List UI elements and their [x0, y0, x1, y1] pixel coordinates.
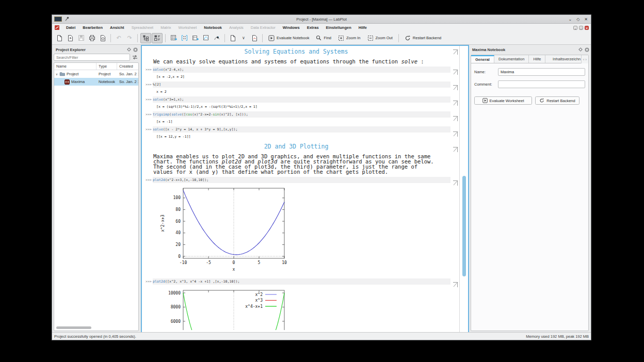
menu-item-ansicht[interactable]: Ansicht — [106, 25, 128, 30]
cell-code-input[interactable]: plot2d(x^2-x+3,[x,-10,10]); — [153, 177, 450, 183]
close-dock-icon[interactable] — [585, 47, 589, 52]
tab-dokumentation[interactable]: Dokumentation — [494, 55, 529, 63]
evaluate-worksheet-button[interactable]: Evaluate Worksheet — [474, 96, 532, 105]
cell-code-input[interactable]: solve(x^2-4,x); — [153, 67, 450, 73]
filter-options-button[interactable] — [131, 54, 139, 61]
tab-hilfe[interactable]: Hilfe — [529, 55, 545, 63]
restart-backend-panel-button[interactable]: Restart Backend — [535, 96, 579, 105]
column-type[interactable]: Type — [96, 63, 117, 70]
close-button[interactable]: ✕ — [584, 17, 588, 22]
expander-icon[interactable]: ∨ — [54, 72, 59, 76]
svg-text:5: 5 — [258, 260, 261, 265]
float-dock-icon[interactable] — [127, 47, 131, 52]
svg-text:10000: 10000 — [168, 291, 181, 295]
new-maxima-notebook-button[interactable] — [249, 33, 260, 43]
save-project-button[interactable] — [76, 33, 86, 43]
subwindow-close-button[interactable]: ✕ — [585, 26, 589, 30]
zoom-in-button[interactable]: Zoom In — [335, 33, 364, 43]
new-workbook-button[interactable] — [190, 33, 200, 43]
undo-button[interactable]: ↶ — [114, 33, 124, 43]
notebook-view[interactable]: Solving Equations and Systems We can eas… — [141, 45, 469, 333]
project-tree: Name Type Created ∨ Project Project So. … — [54, 62, 139, 331]
toolbar: ↶ ↷ ∨ Evaluate Notebook Find — [52, 31, 591, 45]
new-spreadsheet-button[interactable] — [168, 33, 179, 43]
cell-fold-marker-icon[interactable] — [452, 281, 458, 287]
subwindow-minimize-button[interactable]: ⌄ — [573, 26, 577, 30]
notebook-paragraph-2[interactable]: Maxima enables us to plot 2D and 3D grap… — [153, 154, 440, 174]
column-name[interactable]: Name — [54, 63, 96, 70]
new-notebook-button[interactable] — [228, 33, 238, 43]
notebook-code-cell[interactable]: >>>solve([x - 2*y = 14, x + 3*y = 9],[x,… — [142, 126, 450, 133]
menu-item-bearbeiten[interactable]: Bearbeiten — [79, 25, 106, 30]
menu-item-extras[interactable]: Extras — [303, 25, 323, 30]
cell-code-input[interactable]: solve(x^3=1,x); — [153, 96, 450, 103]
cell-fold-marker-icon[interactable] — [452, 68, 458, 74]
tree-item-project-label[interactable]: Project — [67, 72, 78, 76]
scrollbar-thumb[interactable] — [56, 326, 91, 329]
cell-fold-marker-icon[interactable] — [452, 99, 458, 105]
minimize-button[interactable]: ⌄ — [568, 17, 572, 22]
new-datapicker-button[interactable] — [212, 33, 222, 43]
notebook-code-cell[interactable]: >>>solve(x^3=1,x); — [142, 96, 450, 103]
notebook-scrollbar[interactable] — [462, 46, 466, 332]
close-dock-icon[interactable] — [133, 47, 138, 52]
notebook-paragraph-1[interactable]: We can easily solve equations and system… — [153, 59, 440, 64]
toggle-properties-explorer-button[interactable] — [152, 33, 163, 43]
tab-scroll-right-icon[interactable]: › — [585, 57, 587, 62]
cell-fold-marker-icon[interactable] — [452, 130, 458, 136]
cell-code-input[interactable]: trigsimp(solve([cos(x)^2-x=2-sin(x)^2], … — [153, 111, 450, 118]
open-project-button[interactable] — [65, 33, 75, 43]
project-explorer-icon — [142, 35, 149, 41]
menu-item-datei[interactable]: Datei — [62, 25, 79, 30]
toggle-project-explorer-button[interactable] — [140, 33, 151, 43]
cell-fold-marker-icon[interactable] — [452, 179, 458, 185]
tab-scroll-left-icon[interactable]: ‹ — [583, 57, 585, 62]
tree-row-maxima[interactable]: Maxima Notebook So. Jan. 2 18: — [54, 78, 138, 86]
cell-fold-marker-icon[interactable] — [452, 145, 458, 152]
new-notebook-dropdown[interactable]: ∨ — [238, 33, 249, 43]
comment-field[interactable] — [498, 80, 585, 88]
column-created[interactable]: Created — [117, 63, 138, 70]
menu-item-hilfe[interactable]: Hilfe — [355, 25, 371, 30]
new-worksheet-button[interactable] — [201, 33, 211, 43]
zoom-out-button[interactable]: Zoom Out — [364, 33, 396, 43]
new-matrix-button[interactable] — [179, 33, 189, 43]
cell-fold-marker-icon[interactable] — [452, 84, 458, 90]
print-preview-button[interactable] — [98, 33, 108, 43]
notebook-code-cell[interactable]: >>>%[2] — [142, 81, 450, 88]
new-project-button[interactable] — [54, 33, 65, 43]
evaluate-notebook-button[interactable]: Evaluate Notebook — [265, 33, 312, 43]
notebook-heading-2[interactable]: 2D and 3D Plotting — [142, 143, 450, 150]
menu-item-notebook[interactable]: Notebook — [200, 25, 226, 30]
cell-fold-marker-icon[interactable] — [452, 48, 458, 54]
tree-row-project[interactable]: ∨ Project Project So. Jan. 2 18: — [54, 70, 138, 78]
cell-code-input[interactable]: solve([x - 2*y = 14, x + 3*y = 9],[x,y])… — [153, 126, 450, 133]
float-dock-icon[interactable] — [578, 47, 583, 52]
menu-item-einstellungen[interactable]: Einstellungen — [323, 25, 355, 30]
comment-label: Comment: — [474, 82, 498, 87]
menu-item-windows[interactable]: Windows — [279, 25, 303, 30]
redo-button[interactable]: ↷ — [124, 33, 135, 43]
cell-code-input[interactable]: %[2] — [153, 81, 450, 88]
notebook-code-cell[interactable]: >>>plot2d([x^2, x^3, x^4 -x +1] ,[x,-10,… — [142, 278, 450, 285]
notebook-scrollbar-thumb[interactable] — [462, 176, 466, 276]
restart-backend-button[interactable]: Restart Backend — [401, 33, 444, 43]
print-button[interactable] — [87, 33, 97, 43]
tree-horizontal-scrollbar[interactable] — [55, 326, 137, 330]
subwindow-restore-button[interactable]: ◇ — [579, 26, 583, 30]
search-input[interactable] — [54, 54, 130, 61]
cell-fold-marker-icon[interactable] — [452, 114, 458, 121]
name-field[interactable] — [498, 68, 585, 76]
tree-item-maxima-label[interactable]: Maxima — [71, 79, 85, 84]
cell-code-input[interactable]: plot2d([x^2, x^3, x^4 -x +1] ,[x,-10,10]… — [153, 278, 450, 285]
find-button[interactable]: Find — [313, 33, 334, 43]
notebook-code-cell[interactable]: >>>trigsimp(solve([cos(x)^2-x=2-sin(x)^2… — [142, 111, 450, 118]
tree-header-row[interactable]: Name Type Created — [54, 63, 138, 70]
notebook-code-cell[interactable]: >>>plot2d(x^2-x+3,[x,-10,10]); — [142, 177, 450, 183]
maximize-button[interactable]: ◇ — [576, 17, 579, 22]
tab-general[interactable]: General — [471, 55, 494, 63]
name-label: Name: — [474, 70, 498, 74]
notebook-heading-1[interactable]: Solving Equations and Systems — [142, 48, 450, 55]
notebook-code-cell[interactable]: >>>solve(x^2-4,x); — [142, 67, 450, 73]
zoom-in-icon — [338, 35, 344, 41]
